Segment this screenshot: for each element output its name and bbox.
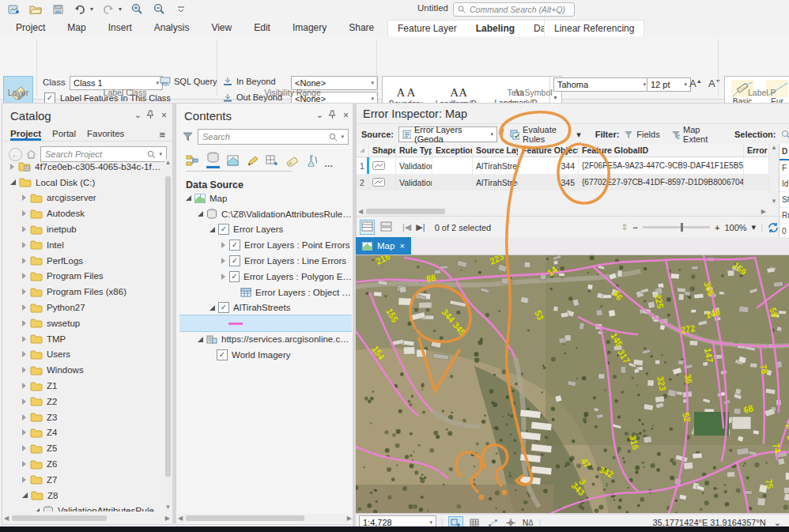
- expand-icon[interactable]: [22, 194, 26, 201]
- expand-icon[interactable]: [22, 273, 26, 279]
- collapse-icon[interactable]: [210, 305, 215, 311]
- command-search-input[interactable]: Command Search (Alt+Q): [453, 2, 575, 17]
- redo-dropdown[interactable]: ▾: [119, 6, 122, 13]
- catalog-pin-icon[interactable]: [147, 110, 154, 120]
- collapse-icon[interactable]: [198, 337, 203, 342]
- data-source-icon[interactable]: [206, 152, 220, 168]
- expand-icon[interactable]: [221, 274, 225, 280]
- column-header-exception[interactable]: Exception: [432, 144, 473, 157]
- column-header-feature-objectid[interactable]: Feature ObjectID: [519, 144, 579, 157]
- collapse-icon[interactable]: [34, 508, 40, 511]
- map-canvas[interactable]: 2162238814155154344 34553662253061595914…: [356, 255, 789, 513]
- catalog-collapse-icon[interactable]: ⌄: [134, 110, 142, 120]
- evaluate-rules-button[interactable]: Evaluate Rules ▾: [510, 125, 581, 144]
- visibility-checkbox[interactable]: ✓: [218, 224, 229, 235]
- visibility-checkbox[interactable]: ✓: [229, 255, 240, 266]
- undo-icon[interactable]: [73, 2, 87, 16]
- scroll-right-icon[interactable]: ▶: [165, 515, 170, 523]
- catalog-tab-portal[interactable]: Portal: [52, 129, 76, 141]
- expand-icon[interactable]: [10, 164, 14, 170]
- shrink-font-button[interactable]: A▼: [708, 77, 721, 89]
- contents-item-altirahstreets[interactable]: ✓AlTirahStreets: [179, 300, 352, 316]
- catalog-item-z5[interactable]: Z5: [4, 440, 164, 456]
- table-zoom-dropdown[interactable]: ▾: [752, 222, 757, 232]
- tab-view[interactable]: View: [200, 19, 243, 36]
- catalog-item-autodesk[interactable]: Autodesk: [4, 206, 164, 221]
- scroll-up-icon[interactable]: ▲: [769, 144, 779, 152]
- contents-search-input[interactable]: Search ▾: [198, 129, 349, 145]
- expand-icon[interactable]: [22, 289, 26, 295]
- filter-icon[interactable]: [183, 132, 193, 141]
- catalog-vscrollbar[interactable]: ▲ ▼: [164, 159, 172, 511]
- expand-icon[interactable]: [22, 383, 26, 389]
- expand-icon[interactable]: [22, 336, 26, 342]
- visibility-checkbox[interactable]: ✓: [218, 302, 229, 313]
- scroll-left-icon[interactable]: ◀: [4, 515, 9, 523]
- tab-edit[interactable]: Edit: [243, 19, 281, 36]
- contents-item-error-layers-polygon-errors[interactable]: ✓Error Layers : Polygon Errors: [179, 269, 352, 285]
- map-tab-close-icon[interactable]: ×: [399, 241, 404, 251]
- row-height-icon[interactable]: ⇕: [621, 222, 628, 232]
- expand-icon[interactable]: [221, 258, 225, 264]
- visibility-checkbox[interactable]: ✓: [217, 349, 228, 360]
- catalog-item-z8[interactable]: Z8: [4, 488, 164, 504]
- collapse-icon[interactable]: [210, 227, 215, 232]
- contents-close-icon[interactable]: ×: [343, 110, 349, 121]
- expand-icon[interactable]: [22, 477, 26, 483]
- tab-share[interactable]: Share: [338, 19, 385, 36]
- zoom-to-selection-icon[interactable]: [781, 130, 789, 139]
- editing-icon[interactable]: [247, 155, 259, 168]
- tab-project[interactable]: Project: [5, 19, 56, 36]
- scroll-right-icon[interactable]: ▶: [347, 515, 352, 523]
- font-size-combo[interactable]: 12 pt▾: [647, 77, 691, 92]
- contents-item-c-z8-validationattributesrules[interactable]: C:\Z8\ValidationAttributesRules.gdb: [179, 206, 352, 222]
- table-hscrollbar[interactable]: ◀ ▶: [358, 207, 768, 216]
- catalog-hscrollbar[interactable]: ◀ ▶: [4, 514, 172, 523]
- table-view-icon[interactable]: [360, 220, 375, 235]
- contents-collapse-icon[interactable]: ⌄: [316, 110, 323, 120]
- catalog-item-arcgisserver[interactable]: arcgisserver: [4, 191, 164, 206]
- catalog-item-windows[interactable]: Windows: [4, 362, 164, 378]
- tab-map[interactable]: Map: [56, 19, 96, 36]
- collapse-icon[interactable]: [10, 179, 16, 185]
- catalog-item-z1[interactable]: Z1: [4, 378, 164, 394]
- catalog-item-swsetup[interactable]: swsetup: [4, 315, 164, 331]
- column-header-shape[interactable]: Shape: [369, 144, 396, 157]
- zoom-in-table-icon[interactable]: +: [715, 223, 719, 232]
- scroll-right-icon[interactable]: ▶: [761, 208, 766, 216]
- panel-divider[interactable]: [172, 103, 176, 523]
- catalog-item-perflogs[interactable]: PerfLogs: [4, 253, 164, 269]
- zoom-out-table-icon[interactable]: −: [633, 223, 638, 232]
- tab-labeling[interactable]: Labeling: [466, 21, 524, 37]
- refresh-icon[interactable]: [768, 222, 779, 232]
- map-extent-filter-button[interactable]: Map Extent: [671, 125, 722, 144]
- visibility-checkbox[interactable]: ✓: [229, 240, 240, 251]
- contents-item-error-layers-object-errors[interactable]: Error Layers : Object Errors: [179, 285, 352, 300]
- expand-icon[interactable]: [22, 414, 26, 421]
- expand-icon[interactable]: [22, 351, 26, 357]
- tab-feature-layer[interactable]: Feature Layer: [388, 21, 466, 37]
- catalog-item-python27[interactable]: Python27: [4, 300, 164, 315]
- expand-icon[interactable]: [22, 226, 26, 232]
- error-row-2[interactable]: 2ValidationAlTirahStreets345{67702E27-97…: [357, 174, 769, 191]
- redo-icon[interactable]: [101, 2, 115, 16]
- contents-item-error-layers-point-errors[interactable]: ✓Error Layers : Point Errors: [179, 237, 352, 253]
- save-project-icon[interactable]: [51, 2, 65, 16]
- contents-hscrollbar[interactable]: ◀ ▶: [178, 514, 353, 523]
- scroll-up-icon[interactable]: ▲: [164, 159, 172, 167]
- expand-icon[interactable]: [22, 398, 26, 405]
- map-tab[interactable]: Map ×: [356, 237, 411, 255]
- grow-font-button[interactable]: A▲: [689, 77, 702, 89]
- catalog-item-4f7ce0eb-c305-4065-b34c-1f13c[interactable]: 4f7ce0eb-c305-4065-b34c-1f13c: [4, 159, 164, 175]
- select-all-corner[interactable]: [357, 144, 369, 157]
- contents-item-swatch[interactable]: [179, 315, 352, 331]
- home-icon[interactable]: [26, 149, 36, 159]
- error-row-1[interactable]: 1ValidationAlTirahStreets344{2F06FE5A-9A…: [357, 157, 769, 174]
- collapse-icon[interactable]: [198, 211, 203, 217]
- tab-analysis[interactable]: Analysis: [143, 19, 201, 36]
- catalog-item-z7[interactable]: Z7: [4, 472, 164, 488]
- expand-icon[interactable]: [22, 258, 26, 264]
- in-beyond-button[interactable]: In Beyond: [223, 77, 276, 86]
- catalog-item-z2[interactable]: Z2: [4, 394, 164, 409]
- column-header-feature-globalid[interactable]: Feature GlobalID: [579, 144, 744, 157]
